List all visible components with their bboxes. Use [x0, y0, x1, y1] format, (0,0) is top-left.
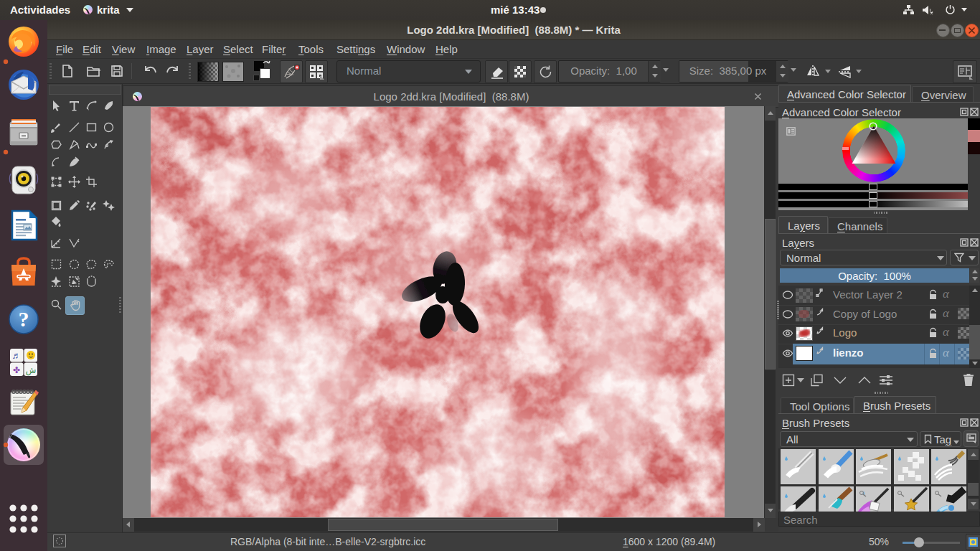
svg-text:ش: ش: [26, 365, 37, 376]
svg-text:?: ?: [19, 307, 29, 331]
svg-text:♬: ♬: [12, 350, 22, 361]
svg-text:✤: ✤: [13, 365, 20, 375]
